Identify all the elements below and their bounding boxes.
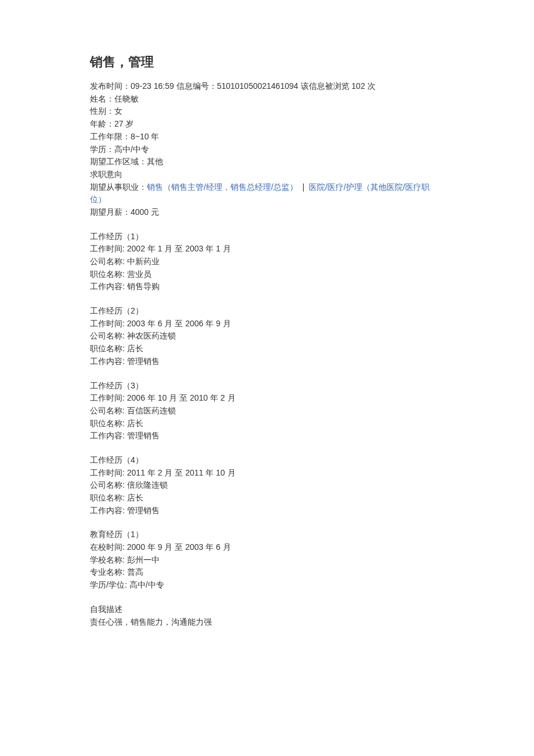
edu-label: 学历： xyxy=(90,145,114,154)
work-position-label: 职位名称: xyxy=(90,493,127,502)
edu-degree-value: 高中/中专 xyxy=(129,580,164,589)
work-company-label: 公司名称: xyxy=(90,331,127,340)
work-header: 工作经历（3） xyxy=(90,380,444,393)
work-content-value: 管理销售 xyxy=(127,357,160,366)
work-company-line: 公司名称: 中新药业 xyxy=(90,255,444,268)
work-content-label: 工作内容: xyxy=(90,431,127,440)
self-content: 责任心强，销售能力，沟通能力强 xyxy=(90,616,444,629)
work-content-line: 工作内容: 管理销售 xyxy=(90,355,444,368)
edu-school-line: 学校名称: 彭州一中 xyxy=(90,554,444,567)
publish-label: 发布时间： xyxy=(90,81,131,91)
work-position-line: 职位名称: 店长 xyxy=(90,417,444,430)
work-time-label: 工作时间: xyxy=(90,393,127,402)
work-position-label: 职位名称: xyxy=(90,344,127,353)
meta-line: 发布时间：09-23 16:59 信息编号：510101050021461094… xyxy=(90,80,444,93)
salary-line: 期望月薪：4000 元 xyxy=(90,206,444,219)
work-position-line: 职位名称: 营业员 xyxy=(90,268,444,281)
work-content-label: 工作内容: xyxy=(90,282,127,291)
work-company-label: 公司名称: xyxy=(90,406,127,415)
work-header: 工作经历（4） xyxy=(90,454,444,467)
work-company-line: 公司名称: 倍欣隆连锁 xyxy=(90,479,444,492)
work-time-line: 工作时间: 2002 年 1 月 至 2003 年 1 月 xyxy=(90,243,444,255)
gender-line: 性别：女 xyxy=(90,105,444,118)
occupation-link-sales[interactable]: 销售（销售主管/经理，销售总经理/总监） xyxy=(147,182,298,192)
salary-label: 期望月薪： xyxy=(90,207,131,217)
gender-value: 女 xyxy=(114,106,122,116)
occupation-line: 期望从事职业：销售（销售主管/经理，销售总经理/总监） | 医院/医疗/护理（其… xyxy=(90,181,444,206)
view-suffix: 次 xyxy=(365,81,376,91)
edu-value: 高中/中专 xyxy=(114,145,149,154)
name-label: 姓名： xyxy=(90,94,114,103)
education-block-1: 教育经历（1） 在校时间: 2000 年 9 月 至 2003 年 6 月 学校… xyxy=(90,528,444,591)
region-label: 期望工作区域： xyxy=(90,157,147,166)
edu-school-value: 彭州一中 xyxy=(127,555,160,564)
work-exp-block-3: 工作经历（3） 工作时间: 2006 年 10 月 至 2010 年 2 月 公… xyxy=(90,380,444,442)
work-time-value: 2003 年 6 月 至 2006 年 9 月 xyxy=(127,319,231,328)
work-company-label: 公司名称: xyxy=(90,257,127,266)
edu-time-label: 在校时间: xyxy=(90,542,127,552)
work-position-line: 职位名称: 店长 xyxy=(90,492,444,505)
work-position-value: 店长 xyxy=(127,419,143,428)
work-exp-block-2: 工作经历（2） 工作时间: 2003 年 6 月 至 2006 年 9 月 公司… xyxy=(90,305,444,368)
work-years-line: 工作年限：8~10 年 xyxy=(90,131,444,143)
intent-line: 求职意向 xyxy=(90,168,444,181)
work-company-value: 神农医药连锁 xyxy=(127,331,176,340)
page-title: 销售，管理 xyxy=(90,52,444,72)
gender-label: 性别： xyxy=(90,106,114,116)
work-header: 工作经历（1） xyxy=(90,231,444,243)
work-time-value: 2011 年 2 月 至 2011 年 10 月 xyxy=(127,468,236,477)
edu-major-value: 普高 xyxy=(127,567,143,577)
work-header: 工作经历（2） xyxy=(90,305,444,318)
region-line: 期望工作区域：其他 xyxy=(90,156,444,168)
age-value: 27 岁 xyxy=(114,119,134,128)
edu-school-label: 学校名称: xyxy=(90,555,127,564)
work-position-value: 店长 xyxy=(127,344,143,353)
work-time-line: 工作时间: 2003 年 6 月 至 2006 年 9 月 xyxy=(90,318,444,330)
work-content-line: 工作内容: 管理销售 xyxy=(90,505,444,517)
age-label: 年龄： xyxy=(90,119,114,128)
view-count: 102 xyxy=(352,81,365,91)
view-prefix: 该信息被浏览 xyxy=(298,81,352,91)
edu-time-line: 在校时间: 2000 年 9 月 至 2003 年 6 月 xyxy=(90,541,444,554)
work-time-value: 2002 年 1 月 至 2003 年 1 月 xyxy=(127,244,231,253)
work-company-value: 中新药业 xyxy=(127,257,160,266)
self-header: 自我描述 xyxy=(90,603,444,616)
work-time-label: 工作时间: xyxy=(90,319,127,328)
work-position-label: 职位名称: xyxy=(90,419,127,428)
work-years-value: 8~10 年 xyxy=(131,132,159,141)
work-company-label: 公司名称: xyxy=(90,480,127,489)
edu-degree-label: 学历/学位: xyxy=(90,580,129,589)
work-content-line: 工作内容: 销售导购 xyxy=(90,280,444,293)
work-exp-block-4: 工作经历（4） 工作时间: 2011 年 2 月 至 2011 年 10 月 公… xyxy=(90,454,444,517)
edu-degree-line: 学历/学位: 高中/中专 xyxy=(90,579,444,592)
work-time-line: 工作时间: 2006 年 10 月 至 2010 年 2 月 xyxy=(90,392,444,405)
info-id-value: 510101050021461094 xyxy=(217,81,298,91)
intent-label: 求职意向 xyxy=(90,170,122,179)
age-line: 年龄：27 岁 xyxy=(90,118,444,131)
work-company-value: 百信医药连锁 xyxy=(127,406,176,415)
work-content-value: 管理销售 xyxy=(127,431,160,440)
work-content-line: 工作内容: 管理销售 xyxy=(90,430,444,442)
info-id-label: 信息编号： xyxy=(174,81,217,91)
work-position-label: 职位名称: xyxy=(90,269,127,279)
work-position-value: 店长 xyxy=(127,493,143,502)
work-position-value: 营业员 xyxy=(127,269,151,279)
work-content-value: 管理销售 xyxy=(127,506,160,515)
work-company-line: 公司名称: 百信医药连锁 xyxy=(90,405,444,417)
edu-line: 学历：高中/中专 xyxy=(90,143,444,156)
work-content-label: 工作内容: xyxy=(90,357,127,366)
work-time-line: 工作时间: 2011 年 2 月 至 2011 年 10 月 xyxy=(90,467,444,480)
work-content-value: 销售导购 xyxy=(127,282,160,291)
work-time-label: 工作时间: xyxy=(90,468,127,477)
edu-time-value: 2000 年 9 月 至 2003 年 6 月 xyxy=(127,542,231,552)
occupation-label: 期望从事职业： xyxy=(90,182,147,192)
salary-value: 4000 元 xyxy=(131,207,159,217)
work-exp-block-1: 工作经历（1） 工作时间: 2002 年 1 月 至 2003 年 1 月 公司… xyxy=(90,231,444,293)
publish-value: 09-23 16:59 xyxy=(131,81,174,91)
meta-and-basic-block: 发布时间：09-23 16:59 信息编号：510101050021461094… xyxy=(90,80,444,219)
work-content-label: 工作内容: xyxy=(90,506,127,515)
work-company-line: 公司名称: 神农医药连锁 xyxy=(90,330,444,343)
edu-header: 教育经历（1） xyxy=(90,528,444,541)
work-position-line: 职位名称: 店长 xyxy=(90,343,444,355)
occupation-separator: | xyxy=(300,182,306,192)
